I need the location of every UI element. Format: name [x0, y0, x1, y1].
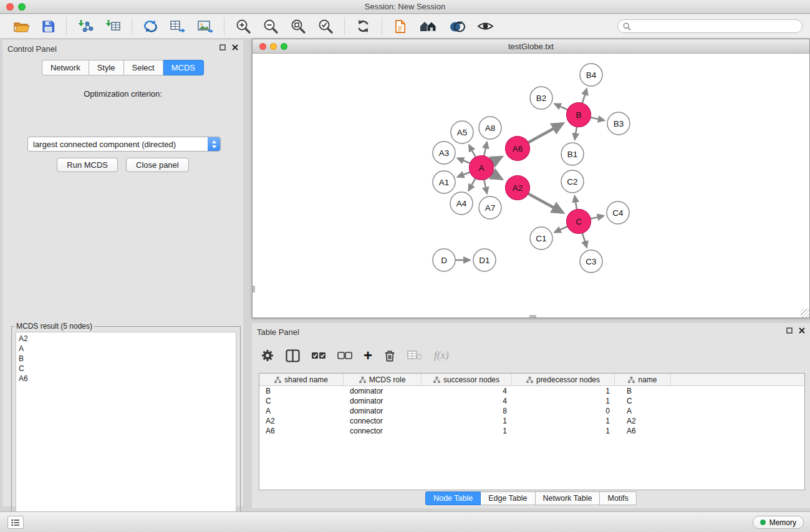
graph-edge-A-A5[interactable] — [469, 145, 475, 157]
resize-handle-bottom[interactable] — [529, 315, 536, 317]
graph-node-B[interactable]: B — [567, 103, 591, 127]
column-header-predecessor-nodes[interactable]: predecessor nodes — [512, 374, 615, 385]
refresh-button[interactable] — [353, 17, 374, 35]
memory-button[interactable]: Memory — [753, 516, 804, 529]
status-menu-button[interactable] — [7, 516, 24, 529]
resize-handle-left[interactable] — [253, 286, 255, 293]
tab-node-table[interactable]: Node Table — [425, 491, 481, 505]
zoom-fit-button[interactable] — [287, 17, 309, 36]
export-network-button[interactable] — [140, 17, 161, 35]
result-list-item[interactable]: C — [19, 364, 233, 374]
show-columns-button[interactable] — [286, 349, 300, 362]
graph-edge-A2-C[interactable] — [528, 193, 562, 212]
graph-edge-B-B2[interactable] — [555, 104, 568, 110]
graph-edge-C-C1[interactable] — [555, 226, 568, 232]
search-field[interactable] — [617, 19, 803, 33]
close-table-panel-icon[interactable] — [799, 327, 805, 334]
column-header-MCDS-role[interactable]: MCDS role — [344, 374, 422, 385]
graph-edge-A-A1[interactable] — [458, 172, 470, 177]
graph-edge-B-B1[interactable] — [575, 127, 577, 139]
graph-node-B3[interactable]: B3 — [607, 112, 630, 135]
network-close-button[interactable] — [259, 43, 266, 50]
float-panel-icon[interactable] — [219, 44, 226, 51]
graph-node-D1[interactable]: D1 — [473, 249, 496, 271]
graph-node-B4[interactable]: B4 — [580, 64, 602, 86]
graph-node-A5[interactable]: A5 — [451, 121, 473, 143]
graph-node-A3[interactable]: A3 — [433, 142, 455, 164]
graph-node-A6[interactable]: A6 — [506, 137, 530, 161]
graph-node-A4[interactable]: A4 — [450, 192, 473, 215]
table-row[interactable]: A2connector11A2 — [259, 416, 804, 426]
result-list-item[interactable]: A2 — [19, 334, 233, 344]
graph-edge-C-C4[interactable] — [591, 216, 604, 219]
close-window-button[interactable] — [6, 3, 14, 11]
tab-network[interactable]: Network — [42, 60, 89, 75]
close-panel-button[interactable]: Close panel — [126, 158, 189, 172]
select-all-button[interactable] — [311, 351, 326, 360]
export-table-button[interactable] — [167, 17, 188, 35]
graph-node-A2[interactable]: A2 — [506, 176, 530, 200]
tab-network-table[interactable]: Network Table — [536, 491, 600, 505]
import-network-button[interactable] — [75, 17, 96, 35]
open-session-button[interactable] — [11, 18, 32, 35]
graph-edge-A6-B[interactable] — [528, 123, 562, 142]
graph-edge-C-C2[interactable] — [575, 196, 577, 209]
graph-edge-A-A4[interactable] — [469, 178, 476, 190]
graph-edge-B-B3[interactable] — [591, 117, 604, 120]
function-builder-button[interactable]: f(x) — [434, 349, 449, 362]
run-mcds-button[interactable]: Run MCDS — [57, 158, 118, 172]
graph-node-A8[interactable]: A8 — [479, 117, 501, 139]
graph-node-D[interactable]: D — [433, 249, 455, 271]
import-table-button[interactable] — [102, 17, 123, 35]
zoom-window-button[interactable] — [18, 3, 26, 11]
tab-edge-table[interactable]: Edge Table — [481, 491, 535, 505]
delete-column-button[interactable] — [383, 349, 396, 363]
zoom-in-button[interactable] — [233, 17, 254, 36]
graph-node-C3[interactable]: C3 — [580, 250, 602, 273]
mcds-result-list[interactable]: A2ABCA6 — [16, 332, 236, 530]
graph-node-A7[interactable]: A7 — [479, 196, 501, 219]
style-button[interactable] — [446, 18, 468, 35]
optimization-dropdown[interactable]: largest connected component (directed) — [27, 137, 221, 152]
network-window-titlebar[interactable]: testGlobe.txt — [253, 39, 809, 54]
export-image-button[interactable] — [195, 17, 216, 35]
graph-node-B1[interactable]: B1 — [561, 143, 584, 165]
show-hide-button[interactable] — [475, 18, 496, 34]
graph-node-B2[interactable]: B2 — [530, 87, 552, 109]
close-panel-icon[interactable] — [232, 44, 238, 51]
graph-node-C4[interactable]: C4 — [607, 201, 629, 224]
resize-gripper[interactable] — [801, 309, 809, 317]
network-minimize-button[interactable] — [270, 43, 277, 50]
result-list-item[interactable]: B — [19, 354, 233, 364]
table-settings-button[interactable] — [261, 349, 274, 362]
add-column-button[interactable]: + — [364, 349, 372, 362]
network-canvas[interactable]: B4B2BB3A5A8A6B1A3AC2A1A2A4A7C4CC1C3DD1 — [253, 54, 809, 317]
network-zoom-button[interactable] — [281, 43, 287, 50]
tab-style[interactable]: Style — [89, 60, 124, 75]
graph-node-C1[interactable]: C1 — [530, 227, 552, 249]
result-list-item[interactable]: A — [19, 344, 233, 354]
home-button[interactable] — [417, 17, 440, 35]
column-header-shared-name[interactable]: shared name — [259, 374, 344, 385]
tab-select[interactable]: Select — [124, 60, 163, 75]
deselect-all-button[interactable] — [337, 351, 352, 360]
table-row[interactable]: Bdominator41B — [259, 386, 804, 396]
zoom-selected-button[interactable] — [315, 17, 336, 36]
save-session-button[interactable] — [39, 18, 58, 35]
search-input[interactable] — [634, 22, 797, 31]
node-table[interactable]: shared nameMCDS rolesuccessor nodesprede… — [259, 373, 805, 490]
column-header-name[interactable]: name — [615, 374, 671, 385]
graph-edge-A-A2[interactable] — [492, 173, 501, 178]
graph-node-C[interactable]: C — [567, 210, 591, 234]
graph-edge-A-A6[interactable] — [492, 157, 501, 162]
graph-node-A1[interactable]: A1 — [433, 171, 455, 193]
tab-motifs[interactable]: Motifs — [600, 491, 636, 505]
graph-node-A[interactable]: A — [470, 156, 494, 180]
graph-edge-A-A8[interactable] — [484, 142, 487, 156]
delete-table-button[interactable] — [407, 350, 423, 361]
graph-node-C2[interactable]: C2 — [561, 170, 584, 193]
copy-document-button[interactable] — [390, 17, 410, 36]
graph-edge-B-B4[interactable] — [582, 89, 587, 104]
result-list-item[interactable]: A6 — [19, 374, 233, 384]
table-row[interactable]: Adominator80A — [259, 406, 804, 416]
